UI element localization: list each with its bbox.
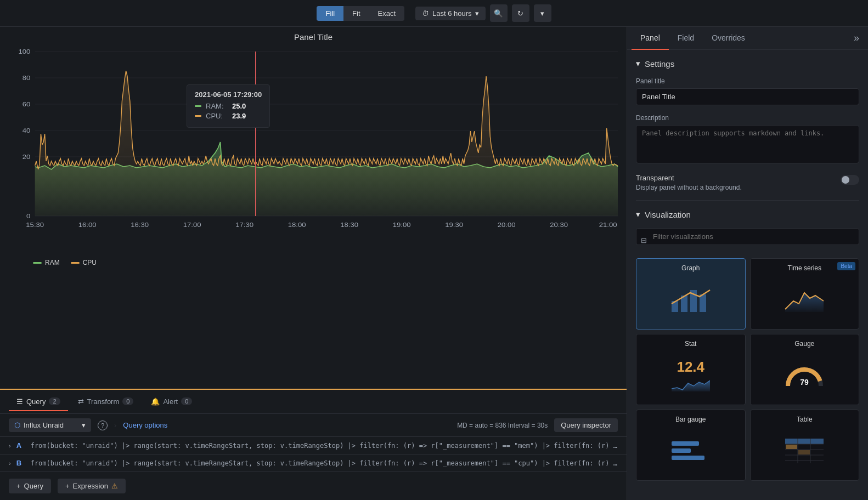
svg-text:100: 100 <box>18 48 30 55</box>
svg-text:16:00: 16:00 <box>78 221 97 229</box>
tab-query[interactable]: ☰ Query 2 <box>9 393 68 411</box>
datasource-select[interactable]: ⬡ Influx Unraid ▾ <box>9 418 91 432</box>
fit-button[interactable]: Fit <box>343 6 369 21</box>
svg-text:20: 20 <box>22 154 31 161</box>
query-meta: MD = auto = 836 Interval = 30s <box>457 422 548 429</box>
panel-title-label: Panel title <box>636 77 859 85</box>
svg-text:20:00: 20:00 <box>498 221 516 229</box>
svg-text:17:00: 17:00 <box>183 221 201 229</box>
main-content: Panel Title 100 80 60 40 20 <box>0 27 868 500</box>
exact-button[interactable]: Exact <box>369 6 405 21</box>
tab-overrides[interactable]: Overrides <box>703 27 754 50</box>
viz-card-table[interactable]: Table <box>750 410 860 481</box>
query-inspector-button[interactable]: Query inspector <box>554 418 618 432</box>
query-a-text: from(bucket: "unraid") |> range(start: v… <box>31 442 618 450</box>
time-range-label: Last 6 hours <box>432 9 472 18</box>
svg-rect-28 <box>700 294 706 312</box>
viz-card-graph[interactable]: Graph <box>636 258 746 329</box>
add-query-button[interactable]: + Query <box>9 479 51 493</box>
viz-time-series-label: Time series <box>787 264 821 272</box>
right-panel: Panel Field Overrides » ▾ Settings Panel… <box>627 27 868 500</box>
description-label: Description <box>636 114 859 122</box>
viz-graph-icon <box>642 275 740 323</box>
viz-card-time-series[interactable]: Beta Time series <box>750 258 860 329</box>
query-options-bar: ⬡ Influx Unraid ▾ ? › Query options MD =… <box>0 414 627 437</box>
tab-alert-label: Alert <box>163 397 178 406</box>
chart-legend: RAM CPU <box>5 254 621 271</box>
svg-text:20:30: 20:30 <box>550 221 568 229</box>
refresh-button[interactable]: ↻ <box>512 4 529 22</box>
visualization-label: Visualization <box>645 210 691 219</box>
tab-transform-label: Transform <box>87 397 120 406</box>
description-textarea[interactable] <box>636 125 859 163</box>
more-options-button[interactable]: ▾ <box>534 4 551 22</box>
tab-alert[interactable]: 🔔 Alert 0 <box>143 393 200 411</box>
svg-text:80: 80 <box>22 75 31 82</box>
chevron-down-icon: ▾ <box>82 421 86 429</box>
plus-icon: + <box>16 482 21 490</box>
svg-text:18:30: 18:30 <box>340 221 358 229</box>
svg-text:40: 40 <box>22 127 31 134</box>
right-panel-tabs: Panel Field Overrides » <box>627 27 868 50</box>
viz-bar-gauge-icon <box>642 427 740 475</box>
chart-panel: Panel Title 100 80 60 40 20 <box>0 27 627 500</box>
svg-rect-41 <box>798 450 810 454</box>
viz-gauge-label: Gauge <box>794 340 814 348</box>
panel-title-field: Panel title <box>636 77 859 105</box>
chevron-down-icon: ▾ <box>475 9 479 18</box>
add-expression-button[interactable]: + Expression ⚠ <box>58 479 126 493</box>
settings-section-header[interactable]: ▾ Settings <box>636 59 859 69</box>
query-options-link[interactable]: Query options <box>123 421 167 429</box>
filter-visualizations-input[interactable] <box>636 228 859 245</box>
chart-svg: 100 80 60 40 20 0 <box>5 46 621 254</box>
top-toolbar: Fill Fit Exact ⏱ Last 6 hours ▾ 🔍 ↻ ▾ <box>0 0 868 27</box>
svg-text:19:00: 19:00 <box>393 221 411 229</box>
viz-card-gauge[interactable]: Gauge 79 <box>750 334 860 405</box>
query-b-text: from(bucket: "unraid") |> range(start: v… <box>31 459 618 467</box>
zoom-out-button[interactable]: 🔍 <box>490 4 508 22</box>
viz-time-series-icon <box>756 275 854 323</box>
viz-card-bar-gauge[interactable]: Bar gauge <box>636 410 746 481</box>
transparent-toggle[interactable] <box>841 175 859 185</box>
tab-field[interactable]: Field <box>669 27 703 50</box>
svg-text:17:30: 17:30 <box>235 221 253 229</box>
viz-table-icon <box>756 427 854 475</box>
tab-panel[interactable]: Panel <box>632 27 669 50</box>
svg-text:15:30: 15:30 <box>26 221 44 229</box>
svg-text:60: 60 <box>22 101 31 108</box>
datasource-label: Influx Unraid <box>24 421 64 429</box>
add-expression-label: Expression <box>73 482 108 490</box>
legend-ram-color <box>33 262 42 264</box>
svg-text:16:30: 16:30 <box>131 221 149 229</box>
panel-title: Panel Title <box>5 32 621 42</box>
query-a-label: A <box>16 441 25 450</box>
expand-a-icon[interactable]: › <box>9 442 11 449</box>
query-actions: + Query + Expression ⚠ <box>0 472 627 500</box>
divider <box>636 200 859 201</box>
query-section: ☰ Query 2 ⇄ Transform 0 🔔 Alert 0 <box>0 389 627 500</box>
legend-ram: RAM <box>33 259 60 266</box>
legend-cpu-color <box>71 262 80 264</box>
fill-button[interactable]: Fill <box>317 6 343 21</box>
query-icon: ☰ <box>16 397 23 406</box>
collapse-button[interactable]: » <box>849 28 864 48</box>
viz-gauge-icon: 79 <box>756 351 854 399</box>
warning-icon: ⚠ <box>111 482 118 490</box>
visualization-section-header[interactable]: ▾ Visualization <box>636 209 859 219</box>
time-range-picker[interactable]: ⏱ Last 6 hours ▾ <box>415 7 486 20</box>
description-field: Description <box>636 114 859 165</box>
info-button[interactable]: ? <box>98 421 108 430</box>
visualization-section: ▾ Visualization ⊟ Graph <box>636 209 859 481</box>
chart-area: 100 80 60 40 20 0 <box>5 46 621 254</box>
viz-card-stat[interactable]: Stat 12.4 <box>636 334 746 405</box>
query-row-b: › B from(bucket: "unraid") |> range(star… <box>0 454 627 472</box>
transparent-toggle-row: Transparent Display panel without a back… <box>636 174 859 191</box>
panel-title-input[interactable] <box>636 88 859 105</box>
expand-b-icon[interactable]: › <box>9 460 11 467</box>
query-tabs: ☰ Query 2 ⇄ Transform 0 🔔 Alert 0 <box>0 390 627 414</box>
tab-transform-badge: 0 <box>122 397 133 405</box>
tab-transform[interactable]: ⇄ Transform 0 <box>70 393 142 411</box>
svg-text:0: 0 <box>26 213 31 220</box>
filter-icon: ⊟ <box>641 236 647 244</box>
svg-rect-30 <box>672 441 699 446</box>
